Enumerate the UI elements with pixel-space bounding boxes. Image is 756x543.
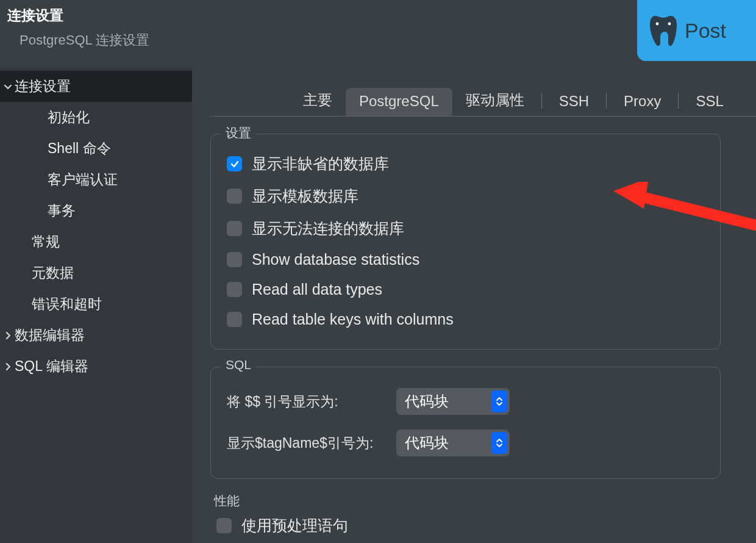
postgres-logo: Post (637, 0, 756, 61)
checkbox-row: 显示非缺省的数据库 (227, 148, 704, 180)
tree-item-label: 事务 (48, 201, 76, 220)
updown-arrows-icon (491, 432, 507, 454)
tree-item-8[interactable]: 数据编辑器 (0, 320, 192, 351)
checkbox[interactable] (227, 221, 242, 236)
checkbox[interactable] (216, 518, 232, 533)
tree-item-3[interactable]: 客户端认证 (0, 164, 192, 195)
tab-0[interactable]: 主要 (290, 85, 346, 116)
tree-item-9[interactable]: SQL 编辑器 (0, 351, 192, 382)
main-panel: 主要PostgreSQL驱动属性SSHProxySSL 设置 显示非缺省的数据库… (192, 67, 756, 543)
group-title-settings: 设置 (221, 124, 256, 142)
tree-item-0[interactable]: 连接设置 (0, 71, 192, 102)
elephant-icon (648, 13, 679, 48)
checkbox-label: Read all data types (252, 281, 382, 298)
checkbox[interactable] (227, 282, 242, 297)
checkbox-label: Read table keys with columns (252, 311, 454, 328)
checkbox-label: 使用预处理语句 (241, 516, 348, 536)
checkbox-label: 显示模板数据库 (252, 186, 358, 206)
tree-item-2[interactable]: Shell 命令 (0, 133, 192, 164)
select-value: 代码块 (405, 393, 449, 409)
checkbox-row: Read table keys with columns (227, 304, 704, 334)
tree-item-label: Shell 命令 (48, 139, 111, 158)
tree-item-label: 元数据 (32, 264, 74, 282)
tree-item-label: 数据编辑器 (15, 326, 85, 345)
tab-separator (541, 93, 542, 109)
chevron-right-icon (1, 362, 15, 371)
svg-point-0 (656, 23, 659, 26)
tree-item-1[interactable]: 初始化 (0, 102, 192, 133)
settings-tree: 连接设置初始化Shell 命令客户端认证事务常规元数据错误和超时数据编辑器SQL… (0, 67, 192, 543)
chevron-down-icon (1, 82, 15, 91)
tab-5[interactable]: SSL (682, 88, 736, 116)
checkbox-row: Read all data types (227, 275, 704, 304)
checkbox-label: 显示无法连接的数据库 (252, 218, 404, 239)
checkbox-row: 显示模板数据库 (227, 180, 704, 212)
tab-separator (678, 93, 679, 109)
tree-item-4[interactable]: 事务 (0, 195, 192, 226)
group-title-sql: SQL (221, 358, 256, 372)
tree-item-label: 常规 (32, 232, 60, 251)
tree-item-label: 客户端认证 (48, 170, 118, 189)
tab-2[interactable]: 驱动属性 (452, 85, 538, 116)
logo-text: Post (685, 19, 726, 43)
select-dropdown[interactable]: 代码块 (396, 388, 510, 415)
form-row: 显示$tagName$引号为:代码块 (227, 422, 704, 464)
checkbox-row: 使用预处理语句 (216, 509, 721, 542)
dialog-header: 连接设置 PostgreSQL 连接设置 Post (0, 0, 756, 67)
tab-3[interactable]: SSH (546, 88, 602, 116)
tab-4[interactable]: Proxy (610, 88, 674, 116)
checkbox[interactable] (227, 189, 242, 204)
checkbox[interactable] (227, 252, 242, 267)
checkbox-row: 显示无法连接的数据库 (227, 212, 704, 245)
form-label: 将 $$ 引号显示为: (227, 392, 385, 411)
tree-item-label: 初始化 (48, 108, 90, 127)
sql-group: SQL 将 $$ 引号显示为:代码块显示$tagName$引号为:代码块 (210, 367, 721, 479)
checkbox-row: Show database statistics (227, 245, 704, 275)
tree-item-label: 连接设置 (15, 77, 71, 96)
select-dropdown[interactable]: 代码块 (396, 430, 510, 456)
form-label: 显示$tagName$引号为: (227, 434, 385, 453)
svg-point-1 (668, 23, 671, 26)
tree-item-5[interactable]: 常规 (0, 226, 192, 257)
updown-arrows-icon (491, 390, 507, 412)
checkbox-label: Show database statistics (252, 251, 419, 268)
select-value: 代码块 (405, 434, 449, 451)
tab-bar: 主要PostgreSQL驱动属性SSHProxySSL (290, 85, 756, 116)
checkbox[interactable] (227, 312, 242, 327)
tree-item-6[interactable]: 元数据 (0, 257, 192, 289)
group-title-performance: 性能 (214, 492, 721, 509)
settings-group: 设置 显示非缺省的数据库显示模板数据库显示无法连接的数据库Show databa… (210, 134, 721, 350)
chevron-right-icon (1, 331, 15, 340)
tree-item-label: 错误和超时 (32, 295, 102, 314)
form-row: 将 $$ 引号显示为:代码块 (227, 381, 704, 422)
checkbox[interactable] (227, 156, 242, 171)
tab-1[interactable]: PostgreSQL (346, 88, 452, 116)
tree-item-label: SQL 编辑器 (15, 357, 88, 376)
checkbox-label: 显示非缺省的数据库 (252, 154, 389, 174)
tab-separator (606, 93, 607, 109)
tree-item-7[interactable]: 错误和超时 (0, 289, 192, 320)
